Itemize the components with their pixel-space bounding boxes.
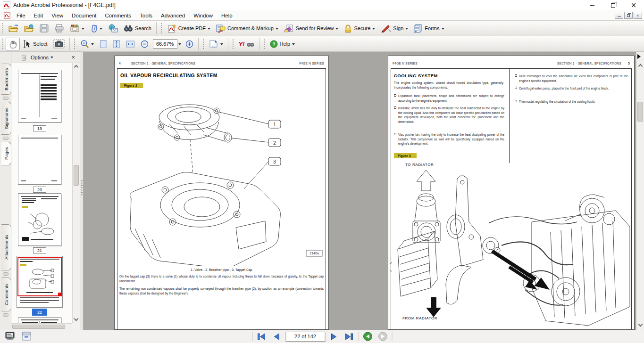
menu-file[interactable]: File [12,11,30,20]
panel-splitter[interactable] [80,52,84,330]
last-page-button[interactable] [343,331,355,342]
thumbnail-label-22[interactable]: 22 [32,309,47,316]
scroll-up-button[interactable] [73,63,80,71]
open-folder-icon [8,24,18,33]
close-button[interactable]: × [623,0,644,10]
restore-button[interactable] [602,0,623,10]
send-for-review-button[interactable]: Send for Review [281,22,342,35]
next-view-button[interactable] [376,331,389,342]
menu-edit[interactable]: Edit [30,11,48,20]
pdf-page-right[interactable]: F4GE N SERIES SECTION 1 - GENERAL SPECIF… [388,56,635,330]
scrollbar-thumb[interactable] [637,102,643,122]
zoom-tool-button[interactable] [77,38,97,50]
thumbnail-page-20[interactable] [18,135,61,185]
menu-comments[interactable]: Comments [101,11,136,20]
snapshot-tool-button[interactable] [50,37,67,50]
organizer-button[interactable] [67,22,87,34]
attach-button[interactable] [87,22,105,34]
create-pdf-button[interactable]: Create PDF [164,22,213,35]
tab-grip[interactable] [3,137,8,140]
callout-3: 3 [273,159,276,164]
thumbnail-hscrollbar[interactable] [11,323,72,330]
options-menu[interactable]: Options [31,55,49,60]
doc-minimize-button[interactable] [615,12,623,19]
yahoo-search-button[interactable]: Y! [236,39,257,49]
previous-view-button[interactable] [361,331,374,342]
doc-restore-button[interactable] [624,12,633,19]
fit-page-button[interactable] [97,38,110,50]
page-size-icon[interactable] [22,332,31,341]
document-scrollbar[interactable] [636,52,644,330]
panel-close-icon[interactable]: × [71,54,75,61]
previous-page-button[interactable] [270,331,283,342]
tab-comments[interactable]: Comments [1,278,11,311]
menu-view[interactable]: View [47,11,67,20]
scroll-up-button[interactable] [636,62,644,70]
thumbnail-label-20[interactable]: 20 [33,187,46,193]
pane-menu-arrow[interactable] [636,53,644,60]
thumbnail-scrollbar[interactable] [72,63,80,323]
pdf-page-left[interactable]: 4 SECTION 1 - GENERAL SPECIFICATIONS F4G… [114,56,329,330]
email-button[interactable] [105,22,121,34]
tab-pages[interactable]: Pages [1,142,11,165]
forms-button[interactable]: Forms [411,22,447,35]
toolbar-grip[interactable] [2,38,4,49]
thumbnail-label-21[interactable]: 21 [33,247,46,253]
thumbnail-page-21[interactable] [18,193,61,246]
search-button[interactable]: Search [121,23,154,34]
minimize-button[interactable] [582,0,602,10]
next-page-button[interactable] [328,331,340,342]
save-button[interactable] [37,22,51,34]
page-display-icon [209,40,218,49]
fit-height-button[interactable] [110,38,123,50]
secure-button[interactable]: Secure [341,22,378,35]
page-view-indicator[interactable] [17,257,62,296]
sign-button[interactable]: Sign [378,22,411,34]
tab-grip[interactable] [3,313,8,317]
toolbar-grip[interactable] [74,38,75,49]
toolbar-grip[interactable] [232,38,234,49]
menu-window[interactable]: Window [189,11,217,20]
screen-mode-icon[interactable] [5,332,15,341]
thumbnail-page-22[interactable] [17,256,63,308]
toolbar-grip[interactable] [202,38,204,49]
tab-grip[interactable] [3,97,8,100]
hand-tool-button[interactable] [6,38,20,50]
open-button[interactable] [6,22,21,34]
email-icon [108,24,118,33]
doc-close-button[interactable]: × [634,12,642,19]
page-display-button[interactable] [206,38,226,50]
page-indicator-input[interactable] [285,332,325,342]
tab-signatures[interactable]: Signatures [1,102,11,135]
zoom-tool-dropdown-arrow [91,43,94,47]
menu-advanced[interactable]: Advanced [157,11,189,20]
zoom-level-input[interactable] [153,39,177,49]
scroll-down-button[interactable] [73,316,80,323]
zoom-level-combo[interactable] [151,38,183,49]
thumbnail-page-19[interactable] [18,70,61,122]
toolbar-grip[interactable] [160,23,162,34]
help-button[interactable]: ? Help [267,38,298,50]
zoom-in-button[interactable] [183,38,196,50]
toolbar-grip[interactable] [2,23,4,34]
delete-page-icon[interactable] [21,54,27,61]
print-button[interactable] [51,22,67,34]
tab-bookmarks[interactable]: Bookmarks [1,64,11,95]
first-page-button[interactable] [255,331,268,342]
fit-width-button[interactable] [123,38,138,50]
menu-document[interactable]: Document [67,11,100,20]
menu-tools[interactable]: Tools [135,11,157,20]
hscrollbar-thumb[interactable] [12,325,65,329]
thumbnail-page-23[interactable] [18,317,61,323]
scroll-down-button[interactable] [636,321,644,329]
select-tool-button[interactable]: Select [20,38,50,50]
menu-help[interactable]: Help [217,11,237,20]
toolbar-grip[interactable] [263,38,265,49]
zoom-out-button[interactable] [138,38,151,50]
open-web-button[interactable] [21,22,37,34]
comment-markup-button[interactable]: Comment & Markup [213,22,281,35]
tab-attachments[interactable]: Attachments [1,224,11,270]
scrollbar-thumb[interactable] [74,165,79,186]
thumbnail-label-19[interactable]: 19 [33,125,46,131]
tab-grip[interactable] [3,272,8,276]
